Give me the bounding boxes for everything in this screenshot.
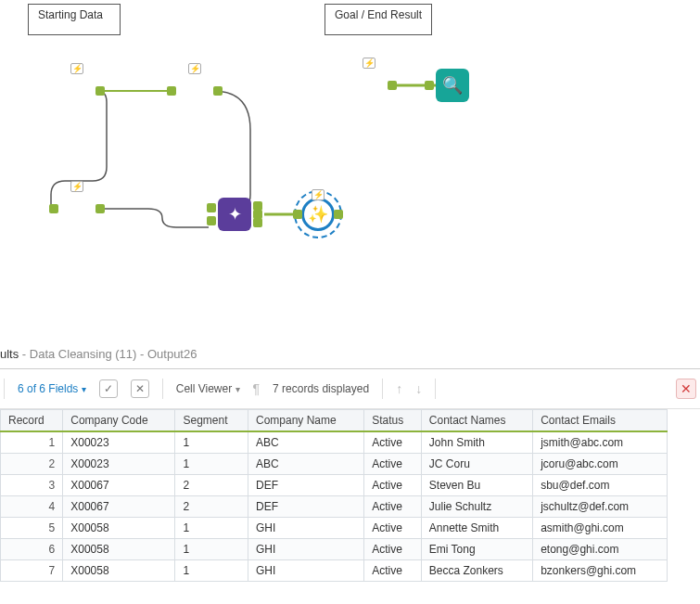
cell: Becca Zonkers bbox=[421, 560, 532, 582]
cell: Active bbox=[364, 560, 422, 582]
table-row[interactable]: 2X000231ABCActiveJC Corujcoru@abc.com bbox=[1, 454, 668, 475]
cell: jcoru@abc.com bbox=[533, 454, 668, 475]
close-button[interactable]: ✕ bbox=[676, 379, 696, 399]
sparkle-table-icon: ✨ bbox=[308, 206, 328, 223]
results-tab[interactable]: ults bbox=[0, 347, 19, 361]
cell: Julie Schultz bbox=[421, 496, 532, 518]
select-tool[interactable]: ⚡ ▦ bbox=[60, 192, 94, 225]
chevron-down-icon: ▾ bbox=[235, 384, 240, 394]
select-tool[interactable]: ⚡ ▦ bbox=[178, 74, 211, 108]
cell: Active bbox=[364, 539, 422, 560]
results-panel-header: ults - Data Cleansing (11) - Output26 bbox=[0, 343, 700, 369]
browse-tool[interactable]: 🔍 bbox=[436, 69, 469, 102]
input-anchor[interactable] bbox=[49, 204, 58, 213]
table-row[interactable]: 5X000581GHIActiveAnnette Smithasmith@ghi… bbox=[1, 518, 668, 539]
table-row[interactable]: 3X000672DEFActiveSteven Busbu@def.com bbox=[1, 475, 668, 496]
cell: 2 bbox=[1, 454, 63, 475]
cell: John Smith bbox=[421, 431, 532, 454]
text-input-tool[interactable]: ⚡ ▥ bbox=[60, 74, 94, 108]
column-header[interactable]: Status bbox=[364, 410, 422, 432]
cell-viewer-label: Cell Viewer bbox=[176, 382, 232, 395]
results-subtitle: - Data Cleansing (11) - Output26 bbox=[19, 347, 197, 361]
output-anchor[interactable] bbox=[334, 210, 343, 219]
output-anchor[interactable] bbox=[95, 86, 105, 96]
column-header[interactable]: Segment bbox=[175, 410, 248, 432]
output-anchor[interactable] bbox=[95, 204, 105, 213]
macro-bolt-icon: ⚡ bbox=[312, 189, 325, 200]
cell: Annette Smith bbox=[421, 518, 532, 539]
pilcrow-icon[interactable]: ¶ bbox=[253, 381, 261, 396]
table-row[interactable]: 7X000581GHIActiveBecca Zonkersbzonkers@g… bbox=[1, 560, 668, 582]
cell: X00058 bbox=[63, 539, 175, 560]
binoculars-icon: 🔍 bbox=[442, 77, 463, 94]
label-text: Goal / End Result bbox=[335, 8, 422, 21]
cell: Active bbox=[364, 496, 422, 518]
join-tool[interactable]: ✦ bbox=[218, 198, 251, 231]
cell: GHI bbox=[248, 560, 363, 582]
separator bbox=[4, 379, 5, 399]
input-anchor[interactable] bbox=[167, 86, 176, 96]
cell: Steven Bu bbox=[421, 475, 532, 496]
header-row: RecordCompany CodeSegmentCompany NameSta… bbox=[1, 410, 668, 432]
cell: etong@ghi.com bbox=[533, 539, 668, 560]
column-header[interactable]: Contact Emails bbox=[533, 410, 668, 432]
check-button[interactable]: ✓ bbox=[99, 379, 118, 398]
cell: 1 bbox=[175, 454, 248, 475]
table-row[interactable]: 1X000231ABCActiveJohn Smithjsmith@abc.co… bbox=[1, 431, 668, 454]
check-icon: ✓ bbox=[104, 382, 113, 395]
output-anchor[interactable] bbox=[388, 81, 397, 90]
label-starting-data[interactable]: Starting Data bbox=[28, 4, 121, 35]
table-row[interactable]: 4X000672DEFActiveJulie Schultzjschultz@d… bbox=[1, 496, 668, 518]
input-anchor[interactable] bbox=[293, 210, 302, 219]
cell: 1 bbox=[175, 518, 248, 539]
cell: 7 bbox=[1, 560, 63, 582]
book-icon: ▥ bbox=[70, 83, 85, 99]
workflow-canvas[interactable]: Starting Data Goal / End Result ⚡ ▥ ⚡ ▦ … bbox=[0, 0, 700, 343]
column-header[interactable]: Company Name bbox=[248, 410, 363, 432]
macro-bolt-icon: ⚡ bbox=[363, 58, 375, 69]
arrow-up-icon[interactable]: ↑ bbox=[396, 381, 402, 396]
cell: X00058 bbox=[63, 518, 175, 539]
fields-dropdown[interactable]: 6 of 6 Fields ▾ bbox=[18, 382, 86, 395]
connection-wires bbox=[0, 0, 700, 343]
book-icon: ▥ bbox=[362, 77, 377, 94]
arrow-down-icon[interactable]: ↓ bbox=[415, 381, 422, 396]
data-cleansing-tool[interactable]: ⚡ ✨ bbox=[301, 198, 335, 231]
cell: X00067 bbox=[63, 496, 175, 518]
column-header[interactable]: Contact Names bbox=[421, 410, 532, 432]
cell: GHI bbox=[248, 518, 363, 539]
label-text: Starting Data bbox=[38, 8, 103, 21]
column-header[interactable]: Company Code bbox=[63, 410, 175, 432]
record-count: 7 records displayed bbox=[273, 382, 369, 395]
input-anchor-right[interactable] bbox=[207, 216, 216, 225]
cell: 6 bbox=[1, 539, 63, 560]
cell: X00058 bbox=[63, 560, 175, 582]
cell: 2 bbox=[175, 496, 248, 518]
table-icon: ▦ bbox=[70, 200, 85, 217]
cell: 3 bbox=[1, 475, 63, 496]
label-goal[interactable]: Goal / End Result bbox=[325, 4, 432, 35]
output-anchor-r[interactable] bbox=[253, 218, 262, 227]
cell: DEF bbox=[248, 496, 363, 518]
table-row[interactable]: 6X000581GHIActiveEmi Tongetong@ghi.com bbox=[1, 539, 668, 560]
cell: sbu@def.com bbox=[533, 475, 668, 496]
fields-label: 6 of 6 Fields bbox=[18, 382, 78, 395]
macro-bolt-icon: ⚡ bbox=[70, 63, 83, 74]
input-anchor[interactable] bbox=[425, 81, 434, 90]
results-table[interactable]: RecordCompany CodeSegmentCompany NameSta… bbox=[0, 409, 668, 582]
cell: 4 bbox=[1, 496, 63, 518]
column-header[interactable]: Record bbox=[1, 410, 63, 432]
cell: 1 bbox=[175, 539, 248, 560]
cell: Emi Tong bbox=[421, 539, 532, 560]
cell-viewer-dropdown[interactable]: Cell Viewer ▾ bbox=[176, 382, 240, 395]
table-icon: ▦ bbox=[187, 83, 203, 99]
cell: X00067 bbox=[63, 475, 175, 496]
text-input-tool[interactable]: ⚡ ▥ bbox=[352, 69, 386, 102]
input-anchor-left[interactable] bbox=[207, 203, 216, 212]
cell: GHI bbox=[248, 539, 363, 560]
cell: X00023 bbox=[63, 454, 175, 475]
output-anchor[interactable] bbox=[213, 86, 223, 96]
clear-button[interactable]: ✕ bbox=[131, 379, 149, 398]
cell: bzonkers@ghi.com bbox=[533, 560, 668, 582]
separator bbox=[435, 379, 436, 399]
